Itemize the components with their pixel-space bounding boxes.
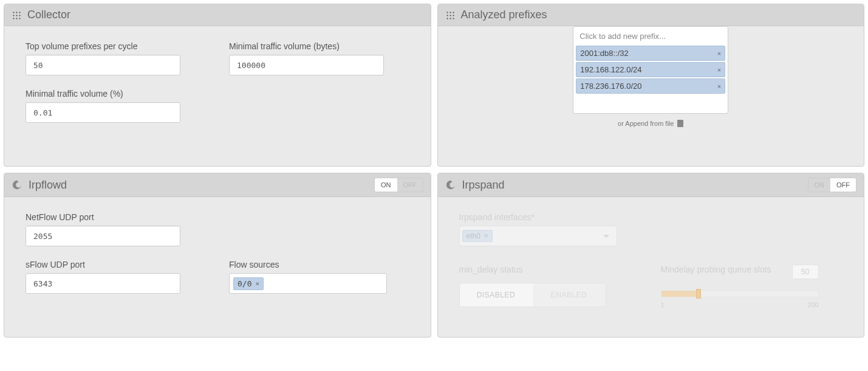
- remove-icon[interactable]: ×: [717, 50, 721, 57]
- prefix-list-box[interactable]: Click to add new prefix... 2001:db8::/32…: [573, 26, 728, 114]
- queue-slots-label: Mindelay probing queue slots: [661, 265, 792, 274]
- min-delay-segmented[interactable]: DISABLED ENABLED: [459, 283, 606, 307]
- remove-icon[interactable]: ×: [717, 83, 721, 90]
- panel-title: Irpflowd: [29, 179, 368, 192]
- queue-slots-slider[interactable]: [661, 290, 819, 297]
- queue-slots-value[interactable]: 50: [792, 265, 819, 279]
- panel-title: Collector: [27, 9, 423, 21]
- top-prefixes-label: Top volume prefixes per cycle: [26, 41, 180, 51]
- iface-label: Irpspand interfaces*: [459, 212, 617, 222]
- prefix-add-placeholder[interactable]: Click to add new prefix...: [575, 28, 726, 44]
- sflow-port-input[interactable]: [26, 273, 180, 294]
- prefix-tag-label: 178.236.176.0/20: [580, 81, 641, 91]
- flow-source-tag-label: 0/0: [238, 279, 251, 288]
- prefix-tag[interactable]: 178.236.176.0/20 ×: [576, 78, 725, 94]
- prefix-tag-label: 192.168.122.0/24: [580, 65, 641, 74]
- file-icon: [677, 120, 683, 127]
- panel-header: Collector: [4, 4, 431, 26]
- panel-header: Irpflowd ON OFF: [4, 173, 431, 197]
- panel-collector: Collector Top volume prefixes per cycle …: [4, 4, 431, 167]
- flow-sources-input[interactable]: 0/0 ×: [229, 273, 387, 294]
- irpspand-toggle[interactable]: ON OFF: [808, 178, 857, 192]
- drag-icon[interactable]: [12, 10, 21, 20]
- min-delay-label: min_delay status: [459, 265, 606, 274]
- slider-min: 1: [661, 301, 665, 308]
- top-prefixes-input[interactable]: [26, 55, 180, 75]
- panel-analyzed-prefixes: Analyzed prefixes Click to add new prefi…: [437, 4, 865, 167]
- remove-icon[interactable]: ×: [255, 280, 259, 288]
- panel-header: Irpspand ON OFF: [438, 173, 864, 197]
- swirl-icon: [445, 179, 456, 190]
- panel-title: Analyzed prefixes: [461, 9, 857, 21]
- append-from-file[interactable]: or Append from file: [618, 120, 683, 127]
- sflow-port-label: sFlow UDP port: [26, 260, 180, 269]
- flow-source-tag[interactable]: 0/0 ×: [233, 277, 264, 290]
- remove-icon[interactable]: ×: [717, 66, 721, 74]
- iface-tag[interactable]: eth0 ×: [462, 230, 493, 242]
- toggle-on[interactable]: ON: [808, 178, 831, 192]
- prefix-tag[interactable]: 192.168.122.0/24 ×: [576, 62, 725, 77]
- remove-icon[interactable]: ×: [484, 232, 488, 240]
- seg-disabled[interactable]: DISABLED: [460, 283, 533, 307]
- toggle-off[interactable]: OFF: [830, 178, 856, 192]
- panel-title: Irpspand: [462, 179, 802, 192]
- iface-tag-label: eth0: [466, 232, 480, 240]
- iface-select[interactable]: eth0 ×: [459, 226, 617, 246]
- panel-irpspand: Irpspand ON OFF Irpspand interfaces* eth…: [437, 173, 865, 338]
- panel-header: Analyzed prefixes: [438, 4, 864, 26]
- chevron-down-icon: [603, 235, 609, 238]
- swirl-icon: [12, 179, 22, 190]
- flow-sources-label: Flow sources: [229, 260, 387, 269]
- min-bytes-label: Minimal traffic volume (bytes): [229, 41, 384, 51]
- min-pct-input[interactable]: [26, 102, 180, 123]
- netflow-port-input[interactable]: [26, 226, 180, 246]
- min-pct-label: Minimal traffic volume (%): [26, 89, 180, 99]
- slider-thumb[interactable]: [696, 289, 701, 299]
- toggle-off[interactable]: OFF: [397, 178, 423, 192]
- drag-icon[interactable]: [445, 10, 455, 20]
- seg-enabled[interactable]: ENABLED: [533, 283, 606, 307]
- append-label: or Append from file: [618, 120, 674, 127]
- slider-max: 200: [807, 301, 818, 308]
- irpflowd-toggle[interactable]: ON OFF: [374, 178, 423, 192]
- netflow-port-label: NetFlow UDP port: [26, 212, 180, 222]
- prefix-tag-label: 2001:db8::/32: [580, 49, 629, 58]
- panel-irpflowd: Irpflowd ON OFF NetFlow UDP port sFlow U…: [4, 173, 431, 338]
- min-bytes-input[interactable]: [229, 55, 384, 75]
- prefix-tag[interactable]: 2001:db8::/32 ×: [576, 46, 725, 61]
- slider-fill: [661, 291, 699, 297]
- toggle-on[interactable]: ON: [375, 178, 397, 192]
